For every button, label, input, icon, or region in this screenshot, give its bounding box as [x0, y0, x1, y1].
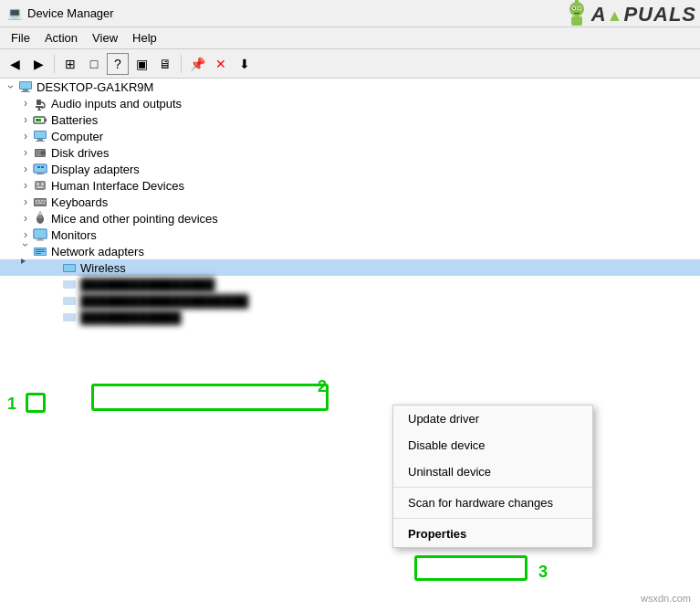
display-label: Display adapters: [51, 163, 140, 176]
svg-rect-32: [36, 200, 37, 202]
svg-rect-2: [21, 91, 30, 92]
svg-rect-6: [38, 108, 40, 110]
monitors-expander[interactable]: [18, 227, 33, 242]
blurred2-label: ████████████████████: [80, 294, 248, 308]
svg-rect-58: [571, 16, 582, 26]
disk-label: Disk drives: [51, 146, 110, 160]
tree-area: DESKTOP-GA1KR9M Audio inputs and outputs…: [0, 79, 700, 611]
title-text: Device Manager: [27, 6, 114, 20]
svg-rect-64: [575, 0, 579, 3]
toolbar-scan[interactable]: ⬇: [234, 53, 256, 75]
tree-monitors[interactable]: Monitors: [0, 226, 700, 243]
appuals-character: [562, 0, 591, 29]
toolbar-remove[interactable]: ✕: [210, 53, 232, 75]
svg-rect-5: [36, 106, 43, 108]
svg-marker-46: [21, 258, 26, 264]
svg-rect-28: [41, 183, 44, 185]
audio-expander[interactable]: [18, 96, 33, 111]
batteries-expander[interactable]: [18, 112, 33, 127]
svg-rect-56: [63, 313, 76, 321]
display-icon: [33, 162, 47, 176]
audio-label: Audio inputs and outputs: [51, 97, 182, 111]
blurred3-label: ████████████: [80, 311, 182, 324]
svg-rect-55: [63, 297, 76, 305]
context-uninstall-device[interactable]: Uninstall device: [393, 458, 592, 485]
context-update-driver[interactable]: Update driver: [393, 406, 592, 432]
svg-rect-35: [36, 203, 37, 205]
display-expander[interactable]: [18, 162, 33, 176]
svg-rect-14: [36, 141, 45, 142]
svg-rect-54: [63, 280, 76, 289]
tree-network[interactable]: Network adapters: [0, 243, 700, 259]
menu-action[interactable]: Action: [37, 29, 85, 47]
audio-icon: [33, 96, 47, 111]
svg-rect-4: [37, 100, 41, 105]
menu-view[interactable]: View: [85, 29, 125, 47]
tree-blurred3: ████████████: [0, 309, 700, 325]
root-expander[interactable]: [4, 79, 18, 94]
svg-rect-29: [37, 186, 44, 188]
svg-rect-40: [40, 215, 41, 218]
root-icon: [18, 79, 33, 94]
tree-root[interactable]: DESKTOP-GA1KR9M: [0, 79, 700, 95]
tree-keyboards[interactable]: Keyboards: [0, 194, 700, 210]
context-properties[interactable]: Properties: [393, 521, 592, 547]
svg-rect-7: [37, 110, 41, 111]
svg-rect-9: [45, 119, 47, 121]
tree-blurred2: ████████████████████: [0, 292, 700, 309]
toolbar-forward[interactable]: ▶: [27, 53, 49, 75]
svg-point-57: [569, 2, 584, 16]
keyboards-expander[interactable]: [18, 195, 33, 209]
mice-expander[interactable]: [18, 211, 33, 226]
context-disable-device[interactable]: Disable device: [393, 432, 592, 458]
computer-expander[interactable]: [18, 129, 33, 143]
disk-expander[interactable]: [18, 145, 33, 160]
svg-rect-10: [36, 119, 41, 121]
svg-point-61: [573, 7, 575, 9]
toolbar-monitor[interactable]: 🖥: [154, 53, 176, 75]
appuals-brand: A▲PUALS: [591, 3, 696, 26]
tree-disk[interactable]: Disk drives: [0, 144, 700, 161]
svg-rect-38: [44, 200, 46, 202]
svg-point-62: [579, 7, 580, 9]
menu-bar: File Action View Help: [0, 27, 700, 49]
context-menu: Update driver Disable device Uninstall d…: [392, 405, 593, 548]
blurred2-icon: [62, 293, 77, 308]
tree-computer[interactable]: Computer: [0, 128, 700, 144]
toolbar-add[interactable]: 📌: [186, 53, 208, 75]
svg-rect-25: [41, 166, 44, 168]
tree-audio[interactable]: Audio inputs and outputs: [0, 95, 700, 111]
network-label: Network adapters: [51, 245, 144, 258]
svg-rect-13: [37, 139, 43, 141]
tree-wireless[interactable]: Wireless: [0, 259, 700, 276]
mice-label: Mice and other pointing devices: [51, 212, 218, 226]
toolbar-back[interactable]: ◀: [4, 53, 26, 75]
hid-expander[interactable]: [18, 178, 33, 193]
svg-rect-3: [20, 82, 31, 89]
menu-file[interactable]: File: [4, 29, 37, 47]
watermark: wsxdn.com: [641, 593, 691, 604]
toolbar-properties[interactable]: ⊞: [59, 53, 81, 75]
tree-display[interactable]: Display adapters: [0, 161, 700, 177]
svg-rect-45: [37, 240, 44, 241]
toolbar: ◀ ▶ ⊞ □ ? ▣ 🖥 📌 ✕ ⬇: [0, 49, 700, 79]
title-bar-icon: 💻: [7, 6, 22, 21]
monitors-icon: [33, 227, 47, 242]
network-expander[interactable]: [18, 244, 33, 258]
context-scan[interactable]: Scan for hardware changes: [393, 490, 592, 516]
tree-mice[interactable]: Mice and other pointing devices: [0, 210, 700, 226]
toolbar-sep1: [54, 55, 55, 73]
svg-rect-34: [41, 200, 43, 202]
menu-help[interactable]: Help: [125, 29, 164, 47]
blurred1-label: ████████████████: [80, 278, 214, 291]
svg-rect-50: [36, 251, 45, 252]
tree-hid[interactable]: Human Interface Devices: [0, 177, 700, 194]
monitors-label: Monitors: [51, 228, 97, 242]
tree-batteries[interactable]: Batteries: [0, 111, 700, 128]
toolbar-driver[interactable]: □: [83, 53, 105, 75]
keyboards-icon: [33, 195, 47, 209]
toolbar-display[interactable]: ▣: [131, 53, 152, 75]
context-sep1: [393, 487, 592, 488]
tree-blurred1: ████████████████: [0, 276, 700, 292]
toolbar-help[interactable]: ?: [107, 53, 129, 75]
